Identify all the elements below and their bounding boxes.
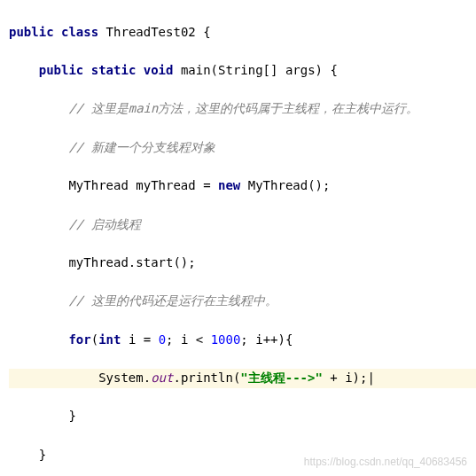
code-text: i = [121,332,158,347]
code-text: MyThread myThread = [68,178,218,192]
watermark: https://blog.csdn.net/qq_40683456 [304,454,467,471]
code-text: .println( [173,371,240,385]
code-line: // 启动线程 [9,215,476,235]
code-text: } [68,409,75,423]
code-text: System. [98,371,151,385]
kw-class: class [61,25,98,39]
code-text: ; i++){ [240,332,293,347]
code-line: public static void main(String[] args) { [9,61,476,81]
code-text: main(String[] args) { [173,63,337,77]
code-editor: public class ThreadTest02 { public stati… [0,0,476,476]
kw-new: new [218,178,240,192]
code-text: ; i < [166,332,211,347]
comment: // 这里是main方法，这里的代码属于主线程，在主栈中运行。 [68,101,418,115]
code-line: // 新建一个分支线程对象 [9,138,476,158]
code-text: ThreadTest02 { [98,25,210,39]
comment: // 这里的代码还是运行在主线程中。 [68,293,277,308]
kw-int: int [98,332,121,347]
number: 1000 [211,332,241,347]
code-line: // 这里是main方法，这里的代码属于主线程，在主栈中运行。 [9,99,476,119]
kw-public: public [9,25,54,39]
string: "主线程--->" [240,371,323,385]
code-text: } [39,448,46,462]
comment: // 启动线程 [68,217,140,231]
code-line: for(int i = 0; i < 1000; i++){ [9,331,476,350]
code-line: } [9,407,476,426]
kw-public: public [39,63,84,77]
kw-void: void [144,63,174,77]
field-out: out [151,371,173,385]
code-text: + i); [323,371,368,385]
code-line: MyThread myThread = new MyThread(); [9,176,476,196]
code-text: myThread.start(); [68,255,195,269]
code-line-highlighted: System.out.println("主线程--->" + i);| [9,369,476,388]
number: 0 [159,332,166,347]
kw-static: static [91,63,137,77]
code-line: myThread.start(); [9,254,476,273]
caret-icon: | [367,371,374,385]
comment: // 新建一个分支线程对象 [68,140,215,154]
code-text: ( [91,332,98,347]
code-line: public class ThreadTest02 { [9,23,476,43]
code-text: MyThread(); [240,178,330,192]
kw-for: for [68,332,90,347]
code-line: // 这里的代码还是运行在主线程中。 [9,292,476,311]
